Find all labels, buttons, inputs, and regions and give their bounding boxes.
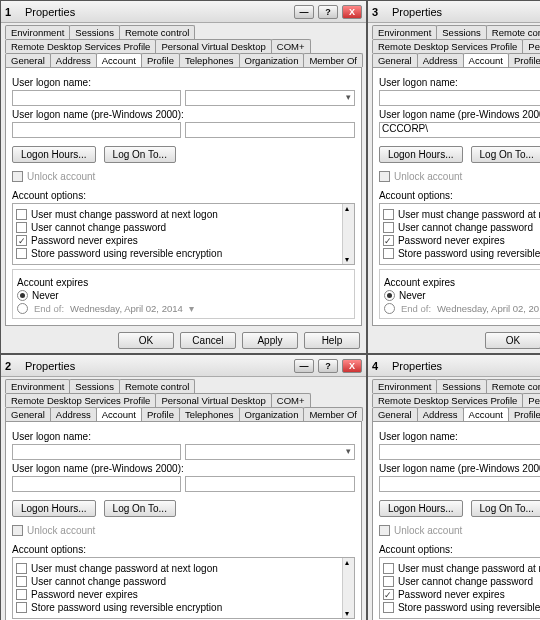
opt-check-1[interactable]	[383, 576, 394, 587]
logon-name-input[interactable]	[379, 90, 540, 106]
logon-hours-button[interactable]: Logon Hours...	[12, 500, 96, 517]
tab-address[interactable]: Address	[417, 53, 464, 67]
domain-suffix-dropdown[interactable]	[185, 90, 354, 106]
tab-com-[interactable]: COM+	[271, 39, 311, 53]
tab-remote-control[interactable]: Remote control	[486, 25, 540, 39]
logon-name-input[interactable]	[379, 444, 540, 460]
tab-account[interactable]: Account	[96, 53, 142, 67]
minimize-button[interactable]: —	[294, 359, 314, 373]
logon-to-button[interactable]: Log On To...	[471, 146, 540, 163]
logon-hours-button[interactable]: Logon Hours...	[12, 146, 96, 163]
options-scrollbar[interactable]	[342, 558, 354, 618]
opt-check-3[interactable]	[383, 248, 394, 259]
help-button[interactable]: ?	[318, 359, 338, 373]
minimize-button[interactable]: —	[294, 5, 314, 19]
tab-address[interactable]: Address	[50, 407, 97, 421]
tab-address[interactable]: Address	[50, 53, 97, 67]
tab-profile[interactable]: Profile	[141, 407, 180, 421]
tab-profile[interactable]: Profile	[508, 407, 540, 421]
tab-profile[interactable]: Profile	[508, 53, 540, 67]
opt-check-2[interactable]: ✓	[383, 589, 394, 600]
tab-profile[interactable]: Profile	[141, 53, 180, 67]
tab-account[interactable]: Account	[463, 407, 509, 421]
radio-endof[interactable]	[17, 303, 28, 314]
tab-personal-virtual-desktop[interactable]: Personal Virtual Desktop	[522, 39, 540, 53]
apply-button[interactable]: Apply	[242, 332, 298, 349]
opt-check-3[interactable]	[383, 602, 394, 613]
tab-remote-desktop-services-profile[interactable]: Remote Desktop Services Profile	[5, 393, 156, 407]
opt-check-0[interactable]	[383, 563, 394, 574]
tab-remote-desktop-services-profile[interactable]: Remote Desktop Services Profile	[372, 393, 523, 407]
tab-organization[interactable]: Organization	[239, 53, 305, 67]
radio-never[interactable]	[384, 290, 395, 301]
logon-hours-button[interactable]: Logon Hours...	[379, 146, 463, 163]
titlebar[interactable]: 3 Properties — ? X	[368, 1, 540, 23]
tab-telephones[interactable]: Telephones	[179, 407, 240, 421]
opt-check-2[interactable]	[16, 589, 27, 600]
logon-to-button[interactable]: Log On To...	[471, 500, 540, 517]
tab-sessions[interactable]: Sessions	[436, 25, 487, 39]
tab-general[interactable]: General	[372, 407, 418, 421]
tab-account[interactable]: Account	[463, 53, 509, 67]
tab-general[interactable]: General	[5, 407, 51, 421]
close-button[interactable]: X	[342, 5, 362, 19]
prewin-user-input[interactable]	[185, 476, 354, 492]
tab-member-of[interactable]: Member Of	[303, 53, 363, 67]
ok-button[interactable]: OK	[118, 332, 174, 349]
domain-suffix-dropdown[interactable]	[185, 444, 354, 460]
prewin-domain-input[interactable]	[12, 476, 181, 492]
tab-personal-virtual-desktop[interactable]: Personal Virtual Desktop	[522, 393, 540, 407]
opt-check-0[interactable]	[16, 563, 27, 574]
help-button[interactable]: ?	[318, 5, 338, 19]
opt-check-1[interactable]	[16, 222, 27, 233]
logon-to-button[interactable]: Log On To...	[104, 500, 176, 517]
opt-check-2[interactable]: ✓	[383, 235, 394, 246]
tab-remote-control[interactable]: Remote control	[486, 379, 540, 393]
prewin-user-input[interactable]	[185, 122, 354, 138]
cancel-button[interactable]: Cancel	[180, 332, 236, 349]
logon-name-input[interactable]	[12, 90, 181, 106]
tab-organization[interactable]: Organization	[239, 407, 305, 421]
tab-account[interactable]: Account	[96, 407, 142, 421]
options-scrollbar[interactable]	[342, 204, 354, 264]
tab-general[interactable]: General	[372, 53, 418, 67]
tab-com-[interactable]: COM+	[271, 393, 311, 407]
tab-personal-virtual-desktop[interactable]: Personal Virtual Desktop	[155, 39, 271, 53]
close-button[interactable]: X	[342, 359, 362, 373]
tab-remote-control[interactable]: Remote control	[119, 25, 195, 39]
tab-sessions[interactable]: Sessions	[436, 379, 487, 393]
tab-remote-desktop-services-profile[interactable]: Remote Desktop Services Profile	[372, 39, 523, 53]
tab-sessions[interactable]: Sessions	[69, 25, 120, 39]
opt-check-2[interactable]: ✓	[16, 235, 27, 246]
ok-button[interactable]: OK	[485, 332, 540, 349]
logon-to-button[interactable]: Log On To...	[104, 146, 176, 163]
titlebar[interactable]: 1 Properties — ? X	[1, 1, 366, 23]
help-dialog-button[interactable]: Help	[304, 332, 360, 349]
tab-telephones[interactable]: Telephones	[179, 53, 240, 67]
prewin-domain-input[interactable]	[379, 476, 540, 492]
tab-remote-control[interactable]: Remote control	[119, 379, 195, 393]
opt-check-3[interactable]	[16, 248, 27, 259]
tab-sessions[interactable]: Sessions	[69, 379, 120, 393]
titlebar[interactable]: 2 Properties — ? X	[1, 355, 366, 377]
radio-endof[interactable]	[384, 303, 395, 314]
opt-check-0[interactable]	[383, 209, 394, 220]
titlebar[interactable]: 4 Properties — ? X	[368, 355, 540, 377]
opt-check-1[interactable]	[383, 222, 394, 233]
tab-remote-desktop-services-profile[interactable]: Remote Desktop Services Profile	[5, 39, 156, 53]
prewin-domain-input[interactable]	[12, 122, 181, 138]
prewin-domain-input[interactable]: CCCORP\	[379, 122, 540, 138]
tab-environment[interactable]: Environment	[372, 379, 437, 393]
tab-environment[interactable]: Environment	[5, 25, 70, 39]
tab-member-of[interactable]: Member Of	[303, 407, 363, 421]
tab-environment[interactable]: Environment	[372, 25, 437, 39]
tab-general[interactable]: General	[5, 53, 51, 67]
tab-address[interactable]: Address	[417, 407, 464, 421]
opt-check-1[interactable]	[16, 576, 27, 587]
radio-never[interactable]	[17, 290, 28, 301]
tab-personal-virtual-desktop[interactable]: Personal Virtual Desktop	[155, 393, 271, 407]
opt-check-3[interactable]	[16, 602, 27, 613]
tab-environment[interactable]: Environment	[5, 379, 70, 393]
logon-name-input[interactable]	[12, 444, 181, 460]
logon-hours-button[interactable]: Logon Hours...	[379, 500, 463, 517]
